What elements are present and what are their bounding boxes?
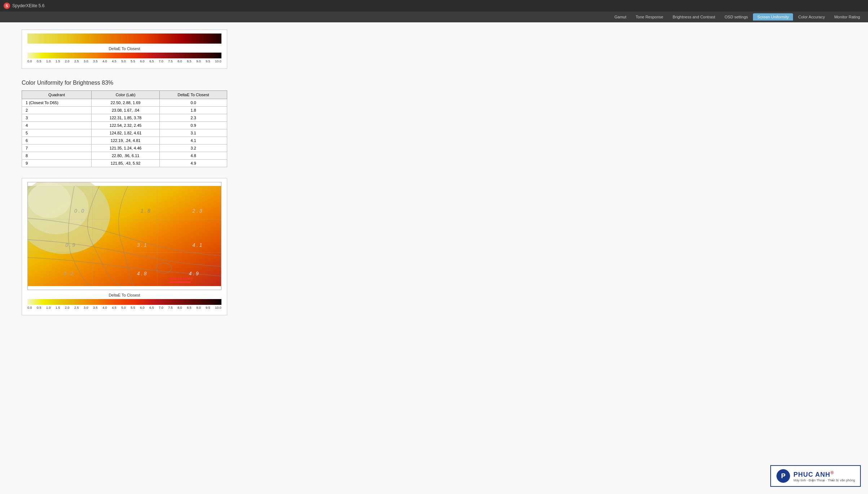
table-cell-color-1: 23.08, 1.67, .04 [92, 107, 160, 114]
contour-section: 0 . 0 1 . 8 2 . 3 0 . 9 3 . 1 4 . 1 3 . … [22, 178, 846, 315]
table-row: 4122.54, 2.32, 2.450.9 [22, 122, 227, 129]
contour-val-23: 2 . 3 [192, 208, 202, 214]
svg-point-3 [28, 182, 71, 218]
app-title: SpyderXElite 5.6 [12, 3, 44, 8]
contour-scale-bar [27, 299, 221, 305]
top-chart-label: DeltaE To Closest [27, 46, 221, 51]
table-cell-color-7: 22.80, .96, 6.11 [92, 152, 160, 160]
phuccanh-text-block: PHUC ANH® Máy tính · Điện Thoại · Thiết … [793, 470, 855, 482]
phuccanh-reg: ® [830, 470, 834, 475]
top-color-bar-section: DeltaE To Closest 0.0 0.5 1.0 1.5 2.0 2.… [22, 30, 846, 69]
table-cell-quadrant-2: 3 [22, 114, 92, 122]
table-cell-quadrant-8: 9 [22, 160, 92, 167]
phuccanh-subtitle: Máy tính · Điện Thoại · Thiết bị văn phò… [793, 479, 855, 482]
table-row: 223.08, 1.67, .041.8 [22, 107, 227, 114]
table-cell-quadrant-4: 5 [22, 129, 92, 137]
table-cell-quadrant-1: 2 [22, 107, 92, 114]
contour-val-00: 0 . 0 [74, 208, 84, 214]
table-row: 822.80, .96, 6.114.8 [22, 152, 227, 160]
table-row: 3122.31, 1.85, 3.782.3 [22, 114, 227, 122]
table-row: 6122.19, .24, 4.814.1 [22, 137, 227, 144]
col-header-delta: DeltaE To Closest [160, 91, 227, 99]
table-cell-color-6: 121.35, 1.24, 4.46 [92, 144, 160, 152]
svg-text:P: P [781, 472, 785, 480]
contour-svg: 0 . 0 1 . 8 2 . 3 0 . 9 3 . 1 4 . 1 3 . … [28, 182, 221, 290]
contour-map: 0 . 0 1 . 8 2 . 3 0 . 9 3 . 1 4 . 1 3 . … [27, 182, 221, 290]
table-cell-quadrant-6: 7 [22, 144, 92, 152]
phuccanh-icon: P P [776, 469, 790, 483]
table-cell-delta-4: 3.1 [160, 129, 227, 137]
contour-chart-container: 0 . 0 1 . 8 2 . 3 0 . 9 3 . 1 4 . 1 3 . … [22, 178, 227, 315]
top-gradient-bar [27, 34, 221, 44]
table-row: 7121.35, 1.24, 4.463.2 [22, 144, 227, 152]
top-chart-container: DeltaE To Closest 0.0 0.5 1.0 1.5 2.0 2.… [22, 30, 227, 69]
table-cell-quadrant-3: 4 [22, 122, 92, 129]
phuccanh-logo: P P PHUC ANH® Máy tính · Điện Thoại · Th… [770, 465, 861, 487]
title-bar: S SpyderXElite 5.6 [0, 0, 868, 12]
tab-brightness-contrast[interactable]: Brightness and Contrast [668, 13, 719, 21]
contour-val-48: 4 . 8 [137, 271, 147, 276]
contour-val-31: 3 . 1 [137, 242, 147, 248]
table-cell-delta-5: 4.1 [160, 137, 227, 144]
contour-tick-marks: 0.0 0.5 1.0 1.5 2.0 2.5 3.0 3.5 4.0 4.5 … [27, 306, 221, 310]
table-cell-delta-3: 0.9 [160, 122, 227, 129]
phuccanh-name: PHUC ANH® [793, 470, 855, 479]
top-scale-bar [27, 53, 221, 58]
table-cell-color-8: 121.85, .43, 5.92 [92, 160, 160, 167]
table-cell-color-2: 122.31, 1.85, 3.78 [92, 114, 160, 122]
tab-tone-response[interactable]: Tone Response [631, 13, 667, 21]
contour-val-32: 3 . 2 [63, 271, 73, 276]
table-cell-color-3: 122.54, 2.32, 2.45 [92, 122, 160, 129]
table-cell-delta-7: 4.8 [160, 152, 227, 160]
datacolor-text: datacolor [169, 276, 193, 281]
tab-screen-uniformity[interactable]: Screen Uniformity [753, 13, 793, 21]
top-tick-marks: 0.0 0.5 1.0 1.5 2.0 2.5 3.0 3.5 4.0 4.5 … [27, 59, 221, 63]
table-cell-quadrant-7: 8 [22, 152, 92, 160]
contour-val-18: 1 . 8 [141, 208, 150, 214]
tab-monitor-rating[interactable]: Monitor Rating [830, 13, 864, 21]
table-cell-color-5: 122.19, .24, 4.81 [92, 137, 160, 144]
section-title: Color Uniformity for Brightness 83% [22, 80, 846, 86]
nav-bar: Gamut Tone Response Brightness and Contr… [0, 12, 868, 22]
table-cell-delta-0: 0.0 [160, 99, 227, 107]
contour-chart-label: DeltaE To Closest [27, 293, 221, 297]
table-cell-quadrant-0: 1 (Closest To D65) [22, 99, 92, 107]
table-cell-quadrant-5: 6 [22, 137, 92, 144]
table-cell-delta-2: 2.3 [160, 114, 227, 122]
tab-color-accuracy[interactable]: Color Accuracy [794, 13, 829, 21]
main-content: DeltaE To Closest 0.0 0.5 1.0 1.5 2.0 2.… [0, 22, 868, 494]
table-cell-delta-8: 4.9 [160, 160, 227, 167]
col-header-color: Color (Lab) [92, 91, 160, 99]
table-cell-delta-6: 3.2 [160, 144, 227, 152]
uniformity-table: Quadrant Color (Lab) DeltaE To Closest 1… [22, 90, 227, 167]
app-icon: S [4, 3, 10, 9]
table-row: 1 (Closest To D65)22.50, 2.88, 1.690.0 [22, 99, 227, 107]
contour-val-41: 4 . 1 [193, 242, 202, 248]
contour-val-09: 0 . 9 [65, 242, 75, 248]
table-cell-delta-1: 1.8 [160, 107, 227, 114]
svg-rect-9 [169, 281, 191, 283]
col-header-quadrant: Quadrant [22, 91, 92, 99]
table-row: 9121.85, .43, 5.924.9 [22, 160, 227, 167]
tab-osd-settings[interactable]: OSD settings [720, 13, 752, 21]
table-cell-color-4: 124.82, 1.82, 4.61 [92, 129, 160, 137]
table-cell-color-0: 22.50, 2.88, 1.69 [92, 99, 160, 107]
table-row: 5124.82, 1.82, 4.613.1 [22, 129, 227, 137]
tab-gamut[interactable]: Gamut [610, 13, 631, 21]
